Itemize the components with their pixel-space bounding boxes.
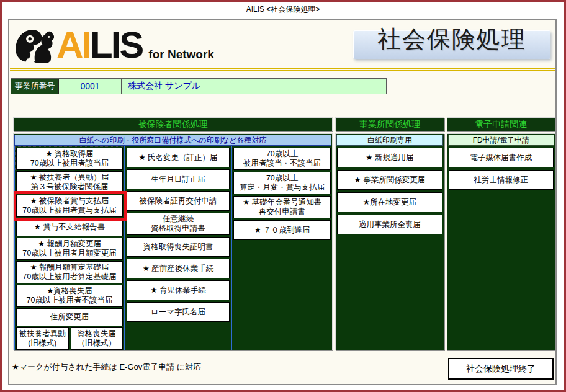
button-label: ローマ字氏名届: [151, 308, 205, 317]
office-name-value: 株式会社 サンプル: [122, 79, 386, 94]
app-window: AILIS <社会保険処理> AILIS for Network 社会保険処理: [0, 0, 566, 392]
romaji-name-button[interactable]: ローマ字氏名届: [127, 302, 230, 322]
button-label: 資格喪失届: [78, 329, 117, 339]
office-relation-change-button[interactable]: ★ 事業所関係変更届: [337, 170, 442, 190]
button-label: ★ 産前産後休業手続: [143, 264, 214, 274]
logo-suffix: for Network: [148, 48, 214, 61]
button-label: 第３号被保険者関係届: [31, 182, 109, 192]
brand-logo: AILIS for Network: [13, 23, 214, 65]
over70-calc-bonus-button[interactable]: 70歳以上 算定・月変・賞与支払届: [233, 172, 331, 194]
button-label: 被用者該当・不該当届: [243, 159, 321, 168]
button-label: 生年月日訂正届: [151, 175, 205, 184]
button-label: ★ 報酬月額変更届: [38, 239, 101, 249]
monthly-salary-change-button[interactable]: ★ 報酬月額変更届 70歳以上被用者月額変更届: [16, 238, 123, 260]
bonus-nonpayment-report-button[interactable]: ★ 賞与不支給報告書: [16, 218, 123, 236]
panel-insured-subtitle: 白紙への印刷・役所窓口備付様式への印刷など各種対応: [14, 135, 331, 146]
panel-eapp-subtitle: FD申請/電子申請: [448, 135, 554, 146]
address-change-button[interactable]: 住所変更届: [16, 308, 123, 326]
button-label: 再交付申請書: [259, 207, 305, 216]
panel-insured-title: 被保険者関係処理: [13, 117, 333, 131]
name-change-button[interactable]: ★ 氏名変更（訂正）届: [127, 148, 230, 167]
age70-arrival-button[interactable]: ★ ７０歳到達届: [233, 220, 331, 240]
sharoushi-info-edit-button[interactable]: 社労士情報修正: [449, 170, 554, 190]
button-label: 70歳以上被用者賞与支払届: [22, 206, 116, 215]
panel-office-title: 事業所関係処理: [335, 117, 444, 131]
button-label: 70歳以上: [266, 149, 298, 159]
button-label: 資格取得喪失証明書: [143, 243, 213, 252]
office-number-value: 0001: [59, 79, 122, 94]
acquisition-loss-certificate-button[interactable]: 資格取得喪失証明書: [127, 237, 230, 257]
button-label: ★ 新規適用届: [366, 153, 413, 163]
window-titlebar: AILIS <社会保険処理>: [2, 2, 564, 17]
button-label: ★所在地変更届: [363, 198, 416, 207]
office-number-label: 事業所番号: [11, 79, 59, 94]
button-label: ★ 育児休業手続: [150, 286, 206, 295]
salary-calc-basis-button[interactable]: ★ 報酬月額算定基礎届 70歳以上被用者算定基礎届: [16, 261, 123, 283]
button-label: 社労士情報修正: [474, 176, 529, 185]
button-label: ★ 賞与不支給報告書: [34, 223, 106, 232]
exit-button[interactable]: 社会保険処理終了: [448, 358, 554, 380]
bonus-payment-button[interactable]: ★ 被保険者賞与支払届 70歳以上被用者賞与支払届: [16, 195, 123, 217]
electronic-media-button[interactable]: 電子媒体届書作成: [449, 148, 554, 167]
button-label: ★ 事業所関係変更届: [354, 176, 426, 185]
logo-wordmark-rest: LIS: [90, 24, 142, 66]
panel-insured: 被保険者関係処理 白紙への印刷・役所窓口備付様式への印刷など各種対応 ★ 資格取…: [13, 117, 333, 350]
dependent-change-button[interactable]: ★ 被扶養者（異動）届 第３号被保険者関係届: [16, 171, 123, 194]
childcare-leave-button[interactable]: ★ 育児休業手続: [127, 280, 230, 300]
button-label: (旧様式): [28, 339, 56, 348]
panel-eapp-body: FD申請/電子申請 電子媒体届書作成 社労士情報修正: [447, 133, 555, 350]
disqualification-old-button[interactable]: 資格喪失届 （旧様式）: [71, 327, 124, 350]
main-menu: 被保険者関係処理 白紙への印刷・役所窓口備付様式への印刷など各種対応 ★ 資格取…: [13, 117, 555, 350]
insured-columns: ★ 資格取得届 70歳以上被用者該当届 ★ 被扶養者（異動）届 第３号被保険者関…: [14, 146, 332, 350]
insured-card-reissue-button[interactable]: 被保険者証再交付申請: [127, 191, 230, 211]
office-closure-button[interactable]: 適用事業所全喪届: [337, 215, 442, 234]
header: AILIS for Network 社会保険処理: [9, 20, 555, 68]
panel-office: 事業所関係処理 白紙印刷専用 ★ 新規適用届 ★ 事業所関係変更届: [335, 117, 444, 350]
button-label: 被扶養者異動: [19, 329, 66, 339]
button-label: ★ 被保険者賞与支払届: [30, 197, 109, 206]
squirrel-icon: [13, 23, 55, 65]
button-label: 算定・月変・賞与支払届: [240, 183, 325, 192]
app-title: 社会保険処理: [353, 24, 550, 55]
egov-note: ★マークが付与された手続は E-Gov電子申請 に対応: [12, 362, 201, 373]
button-label: 70歳以上被用者算定基礎届: [22, 272, 116, 282]
exit-button-label: 社会保険処理終了: [466, 363, 536, 375]
disqualification-button[interactable]: ★資格喪失届 70歳以上被用者不該当届: [16, 285, 123, 307]
button-label: 70歳以上被用者該当届: [30, 159, 109, 168]
button-label: ★ 基礎年金番号通知書: [243, 198, 321, 207]
over70-applicability-button[interactable]: 70歳以上 被用者該当・不該当届: [233, 148, 331, 170]
button-label: ★ 報酬月額算定基礎届: [30, 263, 109, 272]
button-label: 住所変更届: [50, 313, 89, 322]
office-info-bar: 事業所番号 0001 株式会社 サンプル: [11, 78, 387, 94]
new-application-button[interactable]: ★ 新規適用届: [337, 148, 442, 167]
button-label: ★資格喪失届: [47, 287, 92, 296]
acquisition-notification-button[interactable]: ★ 資格取得届 70歳以上被用者該当届: [16, 148, 123, 170]
office-buttons: ★ 新規適用届 ★ 事業所関係変更届 ★所在地変更届 適用事業所全喪届: [336, 146, 443, 236]
button-label: ★ 氏名変更（訂正）届: [138, 153, 217, 163]
panel-eapp: 電子申請関連 FD申請/電子申請 電子媒体届書作成 社労士情報修正: [447, 117, 555, 350]
app-title-box: 社会保険処理: [353, 30, 550, 59]
button-label: 70歳以上被用者不該当届: [27, 296, 113, 305]
button-label: 適用事業所全喪届: [359, 220, 421, 229]
button-label: （旧様式）: [78, 339, 117, 348]
button-label: ★ 被扶養者（異動）届: [30, 173, 109, 182]
button-label: 電子媒体届書作成: [470, 153, 532, 163]
button-label: ★ 資格取得届: [45, 149, 93, 159]
birthdate-correction-button[interactable]: 生年月日訂正届: [127, 169, 230, 189]
maternity-leave-button[interactable]: ★ 産前産後休業手続: [127, 259, 230, 278]
window-title: AILIS <社会保険処理>: [246, 4, 320, 15]
button-label: 資格取得申請書: [151, 224, 205, 233]
content-area: AILIS for Network 社会保険処理 事業所番号 0001 株式会社…: [8, 19, 557, 385]
button-label: 任意継続: [163, 215, 194, 224]
button-label: ★ ７０歳到達届: [254, 226, 310, 235]
dependent-change-old-button[interactable]: 被扶養者異動 (旧様式): [16, 327, 69, 350]
panel-eapp-title: 電子申請関連: [447, 117, 555, 131]
insured-column-2: ★ 氏名変更（訂正）届 生年月日訂正届 被保険者証再交付申請: [125, 146, 231, 350]
button-label: 被保険者証再交付申請: [140, 197, 217, 206]
logo-wordmark-accent: AI: [56, 24, 90, 66]
voluntary-continuation-button[interactable]: 任意継続 資格取得申請書: [127, 213, 230, 235]
footer: ★マークが付与された手続は E-Gov電子申請 に対応 社会保険処理終了: [9, 355, 555, 386]
gold-divider: [10, 68, 555, 71]
pension-number-reissue-button[interactable]: ★ 基礎年金番号通知書 再交付申請書: [233, 196, 331, 218]
location-change-button[interactable]: ★所在地変更届: [337, 192, 442, 212]
